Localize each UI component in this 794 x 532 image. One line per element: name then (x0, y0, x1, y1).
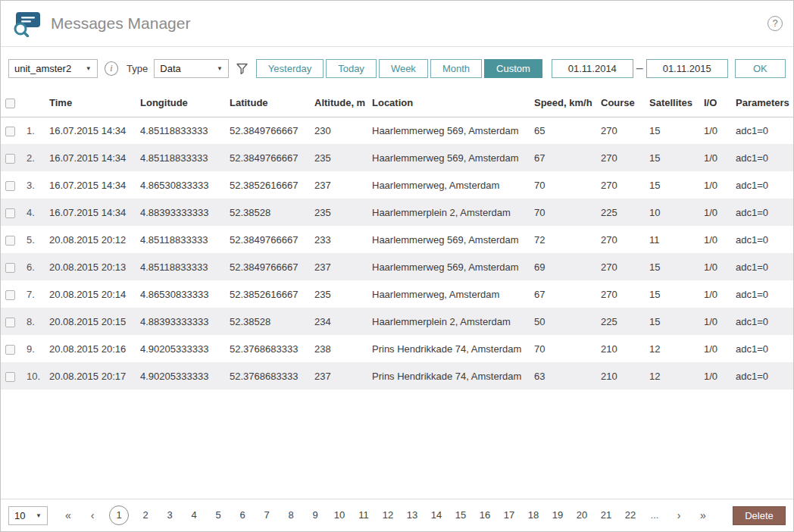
cell-time: 20.08.2015 20:13 (45, 253, 136, 280)
row-number: 4. (22, 199, 45, 226)
cell-parameters: adc1=0 (731, 253, 793, 280)
messages-table-area: Time Longitude Latitude Altitude, m Loca… (1, 89, 793, 499)
page-button-6[interactable]: 6 (235, 505, 250, 525)
messages-manager-window: Messages Manager ? unit_amster2 ▼ i Type… (0, 0, 794, 532)
page-button-8[interactable]: 8 (283, 505, 299, 525)
cell-course: 270 (596, 117, 645, 144)
select-all-checkbox[interactable] (5, 99, 15, 108)
first-page-button[interactable]: « (61, 509, 76, 521)
cell-latitude: 52.3849766667 (225, 226, 310, 253)
page-button-19[interactable]: 19 (550, 505, 565, 525)
unit-select[interactable]: unit_amster2 ▼ (8, 59, 98, 78)
page-button-21[interactable]: 21 (599, 505, 614, 525)
page-button-5[interactable]: 5 (211, 505, 226, 525)
row-checkbox[interactable] (5, 236, 15, 246)
cell-parameters: adc1=0 (731, 171, 793, 199)
row-checkbox[interactable] (5, 290, 15, 300)
cell-longitude: 4.85118833333 (136, 226, 225, 253)
cell-location: Prins Hendrikkade 74, Amsterdam (367, 362, 530, 390)
date-to-input[interactable] (646, 59, 728, 78)
range-button-custom[interactable]: Custom (484, 59, 542, 78)
page-button-15[interactable]: 15 (453, 505, 468, 525)
row-checkbox[interactable] (5, 154, 15, 164)
row-checkbox[interactable] (5, 263, 15, 273)
row-checkbox[interactable] (5, 345, 15, 355)
chevron-down-icon: ▼ (36, 512, 42, 519)
column-header-time: Time (45, 89, 136, 117)
cell-longitude: 4.88393333333 (136, 199, 225, 226)
page-button-2[interactable]: 2 (138, 505, 153, 525)
type-select-value: Data (160, 63, 180, 74)
cell-location: Prins Hendrikkade 74, Amsterdam (367, 335, 530, 362)
range-button-yesterday[interactable]: Yesterday (256, 59, 324, 78)
footer: 10 ▼ « ‹ 1234567891011121314151617181920… (1, 499, 793, 531)
page-button-12[interactable]: 12 (380, 505, 395, 525)
page-button-3[interactable]: 3 (162, 505, 177, 525)
last-page-button[interactable]: » (696, 509, 711, 521)
page-button-14[interactable]: 14 (429, 505, 444, 525)
type-label: Type (127, 63, 148, 74)
row-checkbox[interactable] (5, 181, 15, 191)
row-checkbox[interactable] (5, 127, 15, 136)
cell-altitude: 237 (310, 362, 367, 390)
range-button-week[interactable]: Week (379, 59, 428, 78)
page-button-10[interactable]: 10 (332, 505, 347, 525)
page-button-4[interactable]: 4 (186, 505, 202, 525)
ok-button[interactable]: OK (735, 59, 786, 78)
previous-page-button[interactable]: ‹ (85, 509, 100, 521)
cell-course: 270 (596, 280, 645, 308)
type-select[interactable]: Data ▼ (154, 59, 229, 78)
filter-icon[interactable] (236, 62, 249, 75)
next-page-button[interactable]: › (671, 509, 686, 521)
page-button-22[interactable]: 22 (623, 505, 638, 525)
cell-io: 1/0 (699, 308, 731, 335)
column-header-parameters: Parameters (731, 89, 793, 117)
cell-location: Haarlemmerplein 2, Amsterdam (367, 308, 530, 335)
row-number: 5. (22, 226, 45, 253)
table-row: 10.20.08.2015 20:174.9020533333352.37686… (1, 362, 793, 390)
row-number: 8. (22, 308, 45, 335)
cell-latitude: 52.3768683333 (225, 335, 310, 362)
date-from-input[interactable] (552, 59, 633, 78)
cell-course: 210 (596, 335, 645, 362)
cell-altitude: 235 (310, 280, 367, 308)
cell-satellites: 15 (645, 308, 699, 335)
cell-longitude: 4.90205333333 (136, 362, 225, 390)
page-button-11[interactable]: 11 (356, 505, 371, 525)
row-number: 3. (22, 171, 45, 199)
cell-parameters: adc1=0 (731, 226, 793, 253)
delete-button[interactable]: Delete (733, 506, 786, 525)
page-button-7[interactable]: 7 (259, 505, 274, 525)
cell-location: Haarlemmerweg 569, Amsterdam (367, 226, 530, 253)
cell-altitude: 238 (310, 335, 367, 362)
row-checkbox[interactable] (5, 208, 15, 218)
table-row: 2.16.07.2015 14:344.8511883333352.384976… (1, 144, 793, 171)
page-button-1[interactable]: 1 (109, 505, 129, 525)
cell-io: 1/0 (699, 171, 731, 199)
row-checkbox[interactable] (5, 372, 15, 382)
cell-time: 20.08.2015 20:15 (45, 308, 136, 335)
info-icon[interactable]: i (105, 61, 118, 76)
row-number: 2. (22, 144, 45, 171)
page-button-16[interactable]: 16 (477, 505, 492, 525)
page-size-select[interactable]: 10 ▼ (8, 506, 48, 525)
page-button-9[interactable]: 9 (308, 505, 323, 525)
app-header: Messages Manager ? (1, 1, 793, 47)
table-row: 1.16.07.2015 14:344.8511883333352.384976… (1, 117, 793, 144)
help-icon[interactable]: ? (767, 16, 783, 31)
page-button-13[interactable]: 13 (405, 505, 420, 525)
pagination: « ‹ 12345678910111213141516171819202122.… (61, 505, 720, 525)
cell-course: 270 (596, 144, 645, 171)
cell-parameters: adc1=0 (731, 280, 793, 308)
page-button-18[interactable]: 18 (526, 505, 541, 525)
row-checkbox[interactable] (5, 318, 15, 327)
cell-satellites: 15 (645, 280, 699, 308)
cell-longitude: 4.85118833333 (136, 117, 225, 144)
range-button-today[interactable]: Today (326, 59, 377, 78)
cell-speed: 50 (530, 308, 596, 335)
row-number: 9. (22, 335, 45, 362)
page-button-20[interactable]: 20 (574, 505, 589, 525)
range-button-month[interactable]: Month (430, 59, 482, 78)
cell-io: 1/0 (699, 362, 731, 390)
page-button-17[interactable]: 17 (502, 505, 517, 525)
